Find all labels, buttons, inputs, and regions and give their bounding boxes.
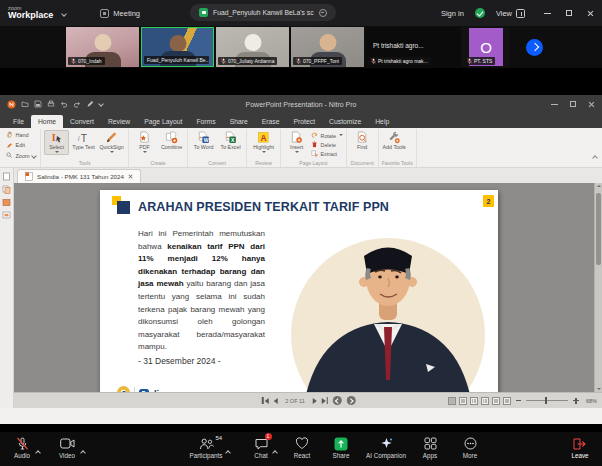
more-button[interactable]: More [450, 437, 490, 459]
next-participants-button[interactable] [526, 39, 543, 56]
sign-in-button[interactable]: Sign in [441, 9, 464, 18]
video-tile[interactable]: Pt trishakti agro... Pt trishakti agro m… [366, 27, 460, 67]
hand-tool-button[interactable]: Hand [6, 131, 36, 138]
close-document-icon[interactable] [128, 174, 133, 179]
create-pdf-button[interactable]: PDF [132, 130, 157, 155]
print-icon[interactable] [47, 100, 55, 108]
delete-button[interactable]: Delete [311, 141, 343, 148]
continuous-view-icon[interactable] [459, 397, 467, 405]
scrollbar-thumb[interactable] [596, 193, 601, 265]
minimize-button[interactable] [544, 13, 551, 14]
restore-button[interactable] [570, 101, 576, 107]
tab-protect[interactable]: Protect [287, 115, 323, 128]
zoom-slider-thumb[interactable] [545, 397, 548, 404]
save-icon[interactable] [34, 100, 42, 108]
last-page-button[interactable] [322, 397, 329, 404]
maximize-button[interactable] [566, 10, 572, 16]
tab-forms[interactable]: Forms [189, 115, 222, 128]
zoom-slider[interactable] [526, 400, 568, 401]
add-tools-button[interactable]: Add Tools [382, 130, 407, 150]
fit-page-view-icon[interactable] [503, 397, 511, 405]
insert-button[interactable]: Insert [284, 130, 309, 155]
tab-help[interactable]: Help [368, 115, 396, 128]
participants-options-caret[interactable] [226, 441, 230, 459]
close-button[interactable] [587, 10, 594, 17]
svg-text:W: W [204, 137, 209, 143]
chat-options-caret[interactable] [273, 441, 277, 459]
video-tile[interactable]: O PT. STS [462, 27, 510, 67]
edit-tool-button[interactable]: Edit [6, 142, 36, 149]
tab-share[interactable]: Share [223, 115, 255, 128]
pages-panel-icon[interactable] [2, 172, 11, 181]
view-button[interactable]: View [496, 9, 525, 18]
chevron-down-icon[interactable] [62, 11, 68, 17]
rotate-button[interactable]: Rotate [311, 132, 343, 139]
share-button[interactable]: Share [321, 437, 361, 459]
quicksign-pen-icon[interactable] [86, 100, 94, 108]
select-button[interactable]: I Select [44, 130, 69, 155]
single-page-view-icon[interactable] [448, 397, 456, 405]
to-word-button[interactable]: W To Word [191, 130, 216, 150]
scroll-down-arrow[interactable] [597, 388, 601, 390]
extract-button[interactable]: Extract [311, 150, 343, 157]
find-button[interactable]: Find [350, 130, 375, 150]
tab-file[interactable]: File [6, 115, 31, 128]
layers-panel-icon[interactable] [2, 198, 11, 207]
document-tab[interactable]: Salindia - PMK 131 Tahun 2024 [17, 169, 141, 183]
tab-meeting[interactable]: Meeting [100, 9, 140, 18]
chevron-down-icon[interactable] [98, 101, 104, 107]
video-tile[interactable]: 070_Indah [66, 27, 139, 67]
react-button[interactable]: React [282, 437, 322, 459]
video-strip: 070_Indah Fuad_Penyuluh Kanwil Be... 070… [0, 26, 602, 68]
history-back-button[interactable] [333, 396, 342, 405]
participant-name-label: 070_Indah [68, 57, 105, 65]
next-page-button[interactable] [313, 398, 317, 404]
zoom-in-button[interactable] [573, 398, 579, 404]
tab-home[interactable]: Home [31, 115, 63, 128]
participant-name-label: Pt trishakti agro mak... [368, 57, 431, 65]
tab-review[interactable]: Review [101, 115, 137, 128]
leave-button[interactable]: Leave [560, 437, 600, 459]
facing-pages-view-icon[interactable] [470, 397, 478, 405]
scroll-up-arrow[interactable] [597, 185, 601, 187]
video-options-caret[interactable] [81, 441, 85, 459]
participant-name-label: 070_PFPF_Toni [293, 57, 342, 65]
highlight-button[interactable]: A Highlight [250, 130, 277, 155]
video-tile-active-speaker[interactable]: Fuad_Penyuluh Kanwil Be... [141, 27, 214, 67]
video-tile[interactable]: 070_PFPF_Toni [291, 27, 364, 67]
ai-companion-button[interactable]: AI Companion [364, 437, 408, 459]
tab-customize[interactable]: Customize [322, 115, 368, 128]
tab-convert[interactable]: Convert [63, 115, 101, 128]
zoom-tool-button[interactable]: Zoom [6, 152, 36, 159]
audio-options-caret[interactable] [36, 441, 40, 459]
meeting-title-pill[interactable]: Fuad_Penyuluh Kanwil BeLa's sc [190, 4, 336, 21]
meeting-tab-label: Meeting [113, 9, 140, 18]
bookmarks-panel-icon[interactable] [2, 185, 11, 194]
collapse-ribbon-button[interactable] [593, 146, 597, 164]
vertical-scrollbar[interactable] [594, 183, 602, 392]
previous-page-button[interactable] [273, 398, 277, 404]
quicksign-button[interactable]: QuickSign [98, 130, 125, 155]
magnifier-icon [6, 152, 13, 159]
history-forward-button[interactable] [347, 396, 356, 405]
video-tile[interactable]: 070_Juliaty Ardianna [216, 27, 289, 67]
tab-page-layout[interactable]: Page Layout [137, 115, 189, 128]
apps-button[interactable]: Apps [410, 437, 450, 459]
comments-panel-icon[interactable] [2, 211, 11, 220]
tab-erase[interactable]: Erase [255, 115, 287, 128]
redo-icon[interactable] [73, 100, 81, 108]
close-button[interactable] [588, 101, 595, 108]
type-text-button[interactable]: iT Type Text [71, 130, 96, 150]
open-folder-icon[interactable] [21, 100, 29, 108]
page-layout-small-buttons: Rotate Delete Extract [311, 130, 343, 157]
to-excel-button[interactable]: X To Excel [218, 130, 243, 150]
combine-button[interactable]: Combine [159, 130, 184, 150]
fit-width-view-icon[interactable] [492, 397, 500, 405]
zoom-out-button[interactable] [516, 400, 521, 401]
screen: zoom Workplace Meeting Fuad_Penyuluh Kan… [0, 0, 602, 466]
first-page-button[interactable] [262, 397, 269, 404]
participants-button[interactable]: 54 Participants [186, 437, 226, 459]
minimize-button[interactable] [551, 104, 558, 105]
undo-icon[interactable] [60, 100, 68, 108]
grid-view-icon[interactable] [481, 397, 489, 405]
